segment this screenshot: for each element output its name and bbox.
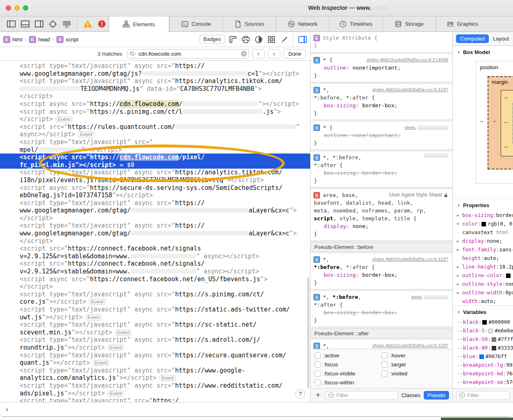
- computed-property-row[interactable]: ▶box-sizing: border-box;: [453, 211, 513, 219]
- code-line[interactable]: <script type="text/javascript" async src…: [0, 367, 310, 375]
- tab-console[interactable]: Console: [169, 16, 222, 32]
- color-swatch[interactable]: [481, 222, 486, 226]
- style-rule[interactable]: EStyle Attribute {}: [311, 32, 452, 52]
- tab-timelines[interactable]: Timelines: [329, 16, 382, 32]
- code-line[interactable]: <script type="text/javascript" async src…: [0, 382, 310, 390]
- rule-origin[interactable]: styles.4b810ca4e83faf0a.css:6:1187: [372, 255, 448, 263]
- code-line[interactable]: i18n/pixel/events.js?sdkid=CA78HS3C77U7L…: [0, 176, 310, 184]
- style-rule[interactable]: {}*, *:before,*:after {box-sizing: borde…: [311, 151, 452, 187]
- pseudo-checkbox-focus-visible[interactable]: :focus-visible: [315, 370, 381, 377]
- pseudo-button[interactable]: Pseudo: [424, 391, 449, 400]
- code-line[interactable]: </script>: [0, 93, 310, 100]
- css-variable-row[interactable]: --breakpoint-lg: 992px: [453, 361, 513, 369]
- pseudo-checkbox-focus-within[interactable]: :focus-within: [315, 379, 381, 386]
- code-line[interactable]: </script>: [0, 283, 310, 291]
- error-icon[interactable]: [95, 19, 109, 29]
- color-swatch[interactable]: [488, 329, 493, 333]
- css-variable-row[interactable]: --black-80: #333333: [453, 343, 513, 352]
- code-line[interactable]: </script>: [0, 237, 310, 245]
- variables-section-header[interactable]: ▼Variables: [453, 305, 513, 318]
- computed-property-row[interactable]: ▶outline-style: none;: [453, 280, 513, 288]
- minimize-window-button[interactable]: [14, 5, 20, 11]
- tab-computed[interactable]: Computed: [456, 34, 489, 43]
- dock-bottom-icon[interactable]: [18, 19, 32, 29]
- css-variable-row[interactable]: --breakpoint-md: 768px: [453, 369, 513, 378]
- stylesheet-link[interactable]: styles.4b810ca4e83faf0a.css:6:1187: [372, 86, 448, 94]
- tab-sources[interactable]: Sources: [222, 16, 276, 32]
- help-button[interactable]: ?: [295, 389, 305, 399]
- css-variable-row[interactable]: --black: #000000: [453, 318, 513, 326]
- pseudo-checkbox-target[interactable]: :target: [381, 361, 448, 368]
- code-line[interactable]: v=2.9.125&r=stable&domain=www." async></…: [0, 253, 310, 260]
- rule-origin[interactable]: www.: [411, 293, 448, 301]
- warning-icon[interactable]: [81, 19, 95, 29]
- tab-layout[interactable]: Layout: [493, 36, 509, 42]
- code-line[interactable]: core.js"></script>Event: [0, 298, 310, 306]
- code-line[interactable]: <script type="text/javascript" src="http…: [0, 397, 310, 402]
- disclosure-triangle-icon[interactable]: ▶: [457, 273, 462, 278]
- properties-section-header[interactable]: ▼Properties: [453, 199, 513, 211]
- code-line[interactable]: <script type="text/javascript" async src…: [0, 336, 310, 344]
- code-line[interactable]: www.googletagmanager.com/gtag/js?c=1"></…: [0, 70, 310, 78]
- box-model-position[interactable]: position – margin – – – –: [476, 61, 513, 184]
- code-line[interactable]: www.googletagmanager.com/gtag/aLayer&cx=…: [0, 207, 310, 215]
- code-line[interactable]: </script>: [0, 215, 310, 222]
- computed-property-row[interactable]: ·canvastexthtml: [453, 228, 513, 237]
- grid-icon[interactable]: [268, 36, 275, 43]
- code-line[interactable]: analytics.com/analytics.js"></script>Eve…: [0, 374, 310, 382]
- pseudo-checkbox-active[interactable]: :active: [315, 352, 381, 359]
- style-rule[interactable]: {}area, base,User Agent Style Sheetbasef…: [311, 189, 452, 241]
- scrollbar-thumb[interactable]: [307, 278, 309, 388]
- computed-property-row[interactable]: ▶line-height: 18.2px;: [453, 262, 513, 271]
- stylesheet-link[interactable]: www.: [411, 293, 422, 301]
- details-sidebar-toggle-icon[interactable]: [298, 36, 307, 43]
- checkbox-icon[interactable]: [315, 352, 321, 359]
- tab-network[interactable]: Network: [276, 16, 329, 32]
- disclosure-triangle-icon[interactable]: ▶: [457, 248, 462, 252]
- stylesheet-link[interactable]: www.: [405, 124, 416, 131]
- computed-property-row[interactable]: ▶font-family: sans-serif;: [453, 245, 513, 254]
- css-variable-row[interactable]: --black-5: #e6e6e6: [453, 326, 513, 335]
- box-model-section-header[interactable]: ▼Box Model: [453, 46, 513, 58]
- style-rule[interactable]: {}*,styles.4b810ca4e83faf0a.css:6:1187*:…: [311, 340, 452, 349]
- style-rule[interactable]: {}* {styles.4b810ca4e83faf0a.css:6:21499…: [311, 54, 452, 82]
- code-line[interactable]: uwt.js"></script>Event: [0, 314, 310, 321]
- print-icon[interactable]: [242, 36, 250, 43]
- code-line[interactable]: mpel/"></script>: [0, 146, 310, 154]
- breadcrumb-item-head[interactable]: Ehead: [29, 36, 50, 43]
- tab-storage[interactable]: Storage: [382, 16, 436, 32]
- checkbox-icon[interactable]: [381, 352, 388, 359]
- classes-button[interactable]: Classes: [402, 392, 420, 398]
- pseudo-checkbox-visited[interactable]: :visited: [381, 370, 448, 377]
- badges-button[interactable]: Badges: [200, 35, 225, 44]
- box-model-border[interactable]: – – –: [501, 90, 513, 156]
- code-line[interactable]: quant.js"></script>Event: [0, 359, 310, 367]
- code-line[interactable]: <script type="text/javascript" async src…: [0, 199, 310, 207]
- checkbox-icon[interactable]: [315, 361, 321, 368]
- pseudo-checkbox-hover[interactable]: :hover: [381, 352, 448, 359]
- done-button[interactable]: Done: [284, 49, 306, 59]
- code-line[interactable]: <script async src="https://secure-ds.ser…: [0, 184, 310, 192]
- disclosure-triangle-icon[interactable]: ▶: [457, 213, 462, 217]
- code-line[interactable]: v=2.9.125&r=stable&domain=www." async></…: [0, 268, 310, 275]
- rule-origin[interactable]: styles.4b810ca4e83faf0a.css:6:1187: [372, 342, 448, 349]
- styles-filter-input[interactable]: Filter: [325, 391, 398, 400]
- quick-console[interactable]: ›: [0, 402, 513, 417]
- color-swatch[interactable]: [492, 346, 496, 350]
- stylesheet-link[interactable]: styles.4b810ca4e83faf0a.css:6:214998: [367, 56, 448, 64]
- disclosure-triangle-icon[interactable]: ▶: [457, 265, 462, 269]
- computed-property-row[interactable]: ▶outline-width: 0px;: [453, 288, 513, 297]
- box-model-margin[interactable]: margin – – – –: [488, 76, 513, 169]
- code-line[interactable]: <script type="text/javascript" async src…: [0, 62, 310, 70]
- find-previous-button[interactable]: ‹: [252, 49, 265, 59]
- computed-property-row[interactable]: ▼color: rgb(0, 0, 0);: [453, 219, 513, 228]
- checkbox-icon[interactable]: [315, 370, 321, 377]
- color-swatch[interactable]: [506, 273, 511, 278]
- selected-dom-node-line[interactable]: fc_pixel.min.js"></script> = $0: [0, 161, 310, 169]
- color-swatch[interactable]: [482, 320, 487, 325]
- paintbrush-icon[interactable]: [280, 36, 288, 43]
- computed-property-row[interactable]: ▶display: none;: [453, 237, 513, 245]
- stylesheet-link[interactable]: styles.4b810ca4e83faf0a.css:6:1187: [372, 255, 448, 263]
- tab-graphics[interactable]: Graphics: [436, 16, 489, 32]
- checkbox-icon[interactable]: [381, 370, 388, 377]
